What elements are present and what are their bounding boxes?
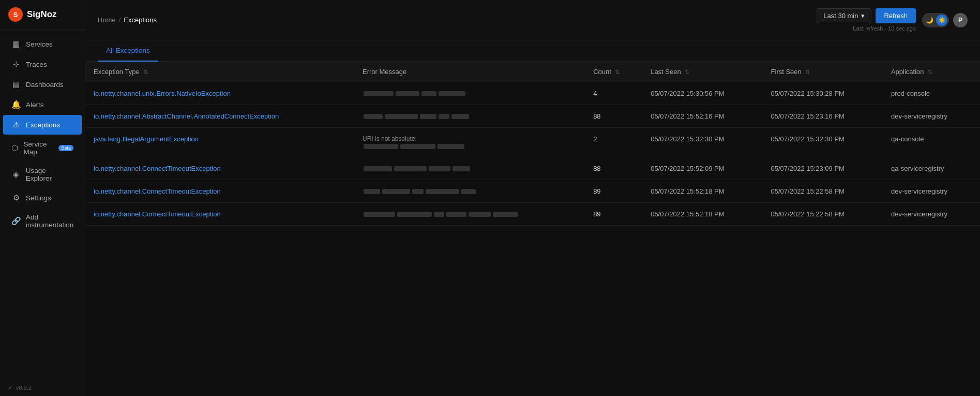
- breadcrumb: Home / Exceptions: [98, 16, 157, 24]
- last-seen-cell: 05/07/2022 15:32:30 PM: [642, 128, 762, 157]
- user-avatar[interactable]: P: [953, 13, 968, 27]
- error-message-cell: [354, 157, 585, 180]
- sidebar-item-service-map[interactable]: ⬡ Service Map Beta: [3, 135, 82, 161]
- col-first-seen[interactable]: First Seen ⇅: [763, 62, 883, 82]
- col-last-seen[interactable]: Last Seen ⇅: [642, 62, 762, 82]
- error-message-cell: [354, 203, 585, 226]
- settings-icon: ⚙: [11, 193, 21, 202]
- last-seen-cell: 05/07/2022 15:52:09 PM: [642, 157, 762, 180]
- error-message-cell: URI is not absolute:: [354, 128, 585, 157]
- sidebar-item-label: Settings: [26, 194, 51, 202]
- logo: S SigNoz: [0, 0, 85, 30]
- exception-type-link[interactable]: io.netty.channel.unix.Errors.NativeIoExc…: [94, 90, 231, 97]
- breadcrumb-separator: /: [119, 16, 121, 24]
- sidebar-item-alerts[interactable]: 🔔 Alerts: [3, 95, 82, 114]
- exception-type-link[interactable]: java.lang.IllegalArgumentException: [94, 135, 199, 143]
- services-icon: ▦: [11, 39, 21, 49]
- sidebar-item-exceptions[interactable]: ⚠ Exceptions: [3, 115, 82, 135]
- first-seen-cell: 05/07/2022 15:30:28 PM: [763, 82, 883, 105]
- time-range-label: Last 30 min: [823, 12, 858, 20]
- first-seen-cell: 05/07/2022 15:22:58 PM: [763, 203, 883, 226]
- sidebar-item-label: Dashboards: [26, 81, 64, 89]
- table-row[interactable]: io.netty.channel.AbstractChannel.Annotat…: [85, 105, 980, 128]
- sidebar-item-label: Exceptions: [26, 121, 60, 129]
- sidebar-item-label: Alerts: [26, 101, 44, 109]
- last-refresh-text: Last refresh - 10 sec ago: [853, 25, 916, 32]
- exceptions-icon: ⚠: [11, 120, 21, 129]
- count-cell: 2: [585, 128, 642, 157]
- exceptions-table-container[interactable]: Exception Type ⇅ Error Message Count ⇅ L…: [85, 62, 980, 396]
- traces-icon: ⊹: [11, 60, 21, 69]
- sidebar-item-dashboards[interactable]: ▤ Dashboards: [3, 75, 82, 94]
- sort-icon: ⇅: [928, 69, 932, 75]
- table-row[interactable]: io.netty.channel.unix.Errors.NativeIoExc…: [85, 82, 980, 105]
- count-cell: 4: [585, 82, 642, 105]
- exception-type-cell: java.lang.IllegalArgumentException: [85, 128, 354, 157]
- sidebar-nav: ▦ Services ⊹ Traces ▤ Dashboards 🔔 Alert…: [0, 30, 85, 379]
- table-row[interactable]: io.netty.channel.ConnectTimeoutException…: [85, 203, 980, 226]
- sidebar-item-settings[interactable]: ⚙ Settings: [3, 188, 82, 208]
- col-count[interactable]: Count ⇅: [585, 62, 642, 82]
- service-map-icon: ⬡: [11, 143, 18, 153]
- application-cell: dev-serviceregistry: [883, 105, 980, 128]
- add-instrumentation-icon: 🔗: [11, 216, 21, 226]
- sidebar-item-usage-explorer[interactable]: ◈ Usage Explorer: [3, 162, 82, 187]
- sidebar-item-label: Add instrumentation: [26, 213, 73, 229]
- main-content: Home / Exceptions Last 30 min ▾ Refresh …: [85, 0, 980, 396]
- table-header-row: Exception Type ⇅ Error Message Count ⇅ L…: [85, 62, 980, 82]
- sidebar-item-traces[interactable]: ⊹ Traces: [3, 54, 82, 74]
- exception-type-cell: io.netty.channel.ConnectTimeoutException: [85, 157, 354, 180]
- theme-toggle[interactable]: 🌙 ☀️: [922, 13, 949, 27]
- sort-icon: ⇅: [805, 69, 810, 75]
- sidebar: S SigNoz ▦ Services ⊹ Traces ▤ Dashboard…: [0, 0, 85, 396]
- sun-icon[interactable]: ☀️: [936, 14, 947, 26]
- exception-type-link[interactable]: io.netty.channel.ConnectTimeoutException: [94, 187, 221, 195]
- exception-type-cell: io.netty.channel.ConnectTimeoutException: [85, 203, 354, 226]
- breadcrumb-current: Exceptions: [124, 16, 157, 24]
- col-error-message[interactable]: Error Message: [354, 62, 585, 82]
- error-message-cell: [354, 82, 585, 105]
- version: ✓ v0.9.2: [0, 379, 85, 396]
- error-message-cell: [354, 105, 585, 128]
- exception-type-cell: io.netty.channel.unix.Errors.NativeIoExc…: [85, 82, 354, 105]
- sidebar-item-label: Service Map: [23, 140, 52, 156]
- exception-type-cell: io.netty.channel.AbstractChannel.Annotat…: [85, 105, 354, 128]
- exception-type-link[interactable]: io.netty.channel.ConnectTimeoutException: [94, 210, 221, 218]
- logo-icon: S: [8, 7, 23, 22]
- count-cell: 89: [585, 203, 642, 226]
- table-row[interactable]: io.netty.channel.ConnectTimeoutException…: [85, 157, 980, 180]
- version-check-icon: ✓: [8, 384, 13, 391]
- col-exception-type[interactable]: Exception Type ⇅: [85, 62, 354, 82]
- error-message-cell: [354, 180, 585, 203]
- last-seen-cell: 05/07/2022 15:52:16 PM: [642, 105, 762, 128]
- first-seen-cell: 05/07/2022 15:22:58 PM: [763, 180, 883, 203]
- first-seen-cell: 05/07/2022 15:32:30 PM: [763, 128, 883, 157]
- exceptions-table: Exception Type ⇅ Error Message Count ⇅ L…: [85, 62, 980, 226]
- table-row[interactable]: java.lang.IllegalArgumentExceptionURI is…: [85, 128, 980, 157]
- count-cell: 89: [585, 180, 642, 203]
- application-cell: qa-serviceregistry: [883, 157, 980, 180]
- exception-type-link[interactable]: io.netty.channel.AbstractChannel.Annotat…: [94, 112, 279, 120]
- moon-icon[interactable]: 🌙: [924, 14, 935, 26]
- exception-type-link[interactable]: io.netty.channel.ConnectTimeoutException: [94, 165, 221, 172]
- application-cell: qa-console: [883, 128, 980, 157]
- col-application[interactable]: Application ⇅: [883, 62, 980, 82]
- time-range-selector[interactable]: Last 30 min ▾: [817, 8, 871, 23]
- application-cell: dev-serviceregistry: [883, 203, 980, 226]
- sidebar-item-label: Usage Explorer: [26, 167, 73, 182]
- sidebar-item-add-instrumentation[interactable]: 🔗 Add instrumentation: [3, 208, 82, 234]
- count-cell: 88: [585, 157, 642, 180]
- first-seen-cell: 05/07/2022 15:23:09 PM: [763, 157, 883, 180]
- header-right: Last 30 min ▾ Refresh Last refresh - 10 …: [817, 8, 916, 32]
- beta-badge: Beta: [58, 145, 73, 151]
- count-cell: 88: [585, 105, 642, 128]
- sidebar-item-services[interactable]: ▦ Services: [3, 34, 82, 54]
- table-row[interactable]: io.netty.channel.ConnectTimeoutException…: [85, 180, 980, 203]
- application-cell: prod-console: [883, 82, 980, 105]
- chevron-down-icon: ▾: [861, 12, 865, 20]
- exception-type-cell: io.netty.channel.ConnectTimeoutException: [85, 180, 354, 203]
- refresh-button[interactable]: Refresh: [876, 8, 916, 23]
- tab-all-exceptions[interactable]: All Exceptions: [98, 40, 158, 62]
- sidebar-item-label: Services: [26, 40, 53, 48]
- breadcrumb-home[interactable]: Home: [98, 16, 116, 24]
